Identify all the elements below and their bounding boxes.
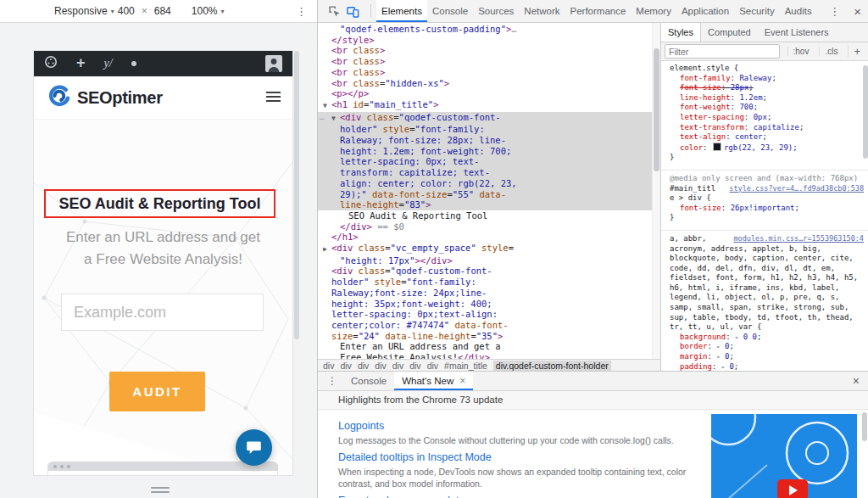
code-line[interactable]: size="24" data-line-height="35"> bbox=[318, 331, 660, 342]
code-line[interactable]: transform: capitalize; text- bbox=[318, 167, 660, 178]
avatar[interactable] bbox=[265, 55, 282, 72]
sidebar-tab-styles[interactable]: Styles bbox=[661, 23, 701, 42]
breadcrumb-item[interactable]: div bbox=[392, 361, 403, 371]
breadcrumb-item[interactable]: div.qodef-custom-font-holder bbox=[493, 361, 611, 371]
inspect-element-icon[interactable] bbox=[328, 5, 341, 18]
url-input[interactable] bbox=[61, 294, 264, 331]
code-line[interactable]: letter-spacing: 0px; bbox=[665, 113, 865, 123]
breadcrumb-item[interactable]: div bbox=[358, 361, 369, 371]
code-line[interactable]: background: ▸ 0 0; bbox=[665, 333, 865, 343]
code-line[interactable]: letter-spacing: 0px;text-align: bbox=[318, 309, 660, 320]
code-line[interactable]: Free Website Analysis!</div> bbox=[318, 352, 660, 359]
code-line[interactable]: Raleway; font-size: 28px; line- bbox=[318, 135, 660, 146]
code-line[interactable]: acronym, address, applet, b, big, bbox=[665, 244, 865, 255]
tab-close-icon[interactable]: × bbox=[459, 375, 465, 387]
new-style-rule-button[interactable]: + bbox=[848, 45, 865, 58]
code-line[interactable]: holder" style="font-family: bbox=[318, 277, 660, 288]
tab-network[interactable]: Network bbox=[519, 0, 565, 22]
code-line[interactable]: ▼<h1 id="main_title"> bbox=[318, 99, 660, 112]
devtools-menu-icon[interactable]: ⋮ bbox=[822, 5, 847, 18]
code-line[interactable]: <br class="hidden-xs"> bbox=[318, 78, 660, 89]
code-line[interactable]: </style> bbox=[318, 35, 660, 46]
viewport-resize-handle[interactable] bbox=[151, 487, 170, 495]
code-line[interactable]: </div> == $0 bbox=[318, 221, 660, 232]
video-thumbnail[interactable] bbox=[711, 414, 857, 498]
stylesheet-link[interactable]: style.css?ver=4….fd9ad38cb0:538 bbox=[729, 184, 864, 194]
code-line[interactable]: line-height: 1.2em; bbox=[665, 93, 865, 104]
code-line[interactable]: holder" style="font-family: bbox=[318, 124, 660, 135]
code-line[interactable]: border: ▸ 0; bbox=[665, 342, 865, 352]
code-line[interactable]: @media only screen and (max-width: 768px… bbox=[665, 174, 865, 184]
code-line[interactable]: element.style { bbox=[665, 64, 865, 74]
styles-scrollbar-thumb[interactable] bbox=[863, 65, 868, 159]
hamburger-menu-icon[interactable] bbox=[266, 92, 281, 104]
tab-security[interactable]: Security bbox=[734, 0, 780, 22]
code-line[interactable]: h6, html, i, iframe, ins, kbd, label, bbox=[665, 283, 865, 294]
code-line[interactable]: } bbox=[665, 153, 865, 163]
code-line[interactable]: height: 35px;font-weight: 400; bbox=[318, 299, 660, 310]
tab-whats-new[interactable]: What's New × bbox=[394, 372, 473, 390]
viewport-height-input[interactable]: 684 bbox=[154, 5, 171, 17]
code-line[interactable]: font-family: Raleway; bbox=[665, 74, 865, 84]
code-line[interactable]: blockquote, body, caption, center, cite, bbox=[665, 254, 865, 264]
breadcrumb-item[interactable]: div bbox=[409, 361, 420, 371]
tab-performance[interactable]: Performance bbox=[565, 0, 632, 22]
breadcrumb-item[interactable]: #main_title bbox=[444, 361, 487, 371]
code-line[interactable]: <br class> bbox=[318, 67, 660, 78]
breadcrumb-item[interactable]: div bbox=[427, 361, 438, 371]
tab-sources[interactable]: Sources bbox=[473, 0, 519, 22]
viewport-width-input[interactable]: 400 bbox=[118, 5, 135, 17]
code-line[interactable]: sup, table, tbody, td, tfoot, th, thead, bbox=[665, 313, 865, 323]
code-line[interactable]: SEO Audit & Reporting Tool bbox=[318, 210, 660, 221]
code-line[interactable]: style.css?ver=4….fd9ad38cb0:538#main_tit… bbox=[665, 184, 865, 194]
code-line[interactable]: Enter an URL address and get a bbox=[318, 341, 660, 352]
code-line[interactable]: height: 1.2em; font-weight: 700; bbox=[318, 146, 660, 157]
color-swatch[interactable] bbox=[713, 143, 721, 151]
device-toolbar-menu-icon[interactable]: ⋮ bbox=[296, 5, 307, 18]
elements-scrollbar-thumb[interactable] bbox=[654, 48, 659, 171]
device-type-select[interactable]: Responsive ▾ bbox=[54, 5, 114, 17]
code-line[interactable]: fieldset, font, form, h1, h2, h3, h4, h5… bbox=[665, 273, 865, 283]
drawer-scrollbar-thumb[interactable] bbox=[862, 412, 867, 441]
site-logo-text[interactable]: SEOptimer bbox=[77, 88, 163, 108]
element-classes-button[interactable]: .cls bbox=[819, 47, 843, 56]
stylesheet-link[interactable]: modules.min.css…r=1553963150:4 bbox=[733, 234, 864, 244]
code-line[interactable]: tr, tt, u, ul, var { bbox=[665, 322, 865, 333]
code-line[interactable]: e > div { bbox=[665, 193, 865, 204]
toggle-device-toolbar-icon[interactable] bbox=[347, 5, 359, 18]
code-line[interactable]: line-height="83"> bbox=[318, 199, 660, 210]
code-line[interactable]: font-size: 28px; bbox=[665, 83, 865, 93]
breadcrumb-item[interactable]: div bbox=[375, 361, 386, 371]
youtube-play-icon[interactable] bbox=[777, 479, 808, 498]
code-line[interactable]: font-size: 26px!important; bbox=[665, 204, 865, 214]
audit-button[interactable]: AUDIT bbox=[109, 372, 205, 411]
chat-widget-button[interactable] bbox=[236, 429, 272, 466]
zoom-select[interactable]: 100% ▾ bbox=[192, 5, 225, 17]
code-line[interactable]: padding: ▸ 0; bbox=[665, 362, 865, 371]
code-line[interactable]: "qodef-elements-custom-padding">… bbox=[318, 24, 660, 35]
code-line[interactable]: margin: ▸ 0; bbox=[665, 352, 865, 362]
code-line[interactable]: </h1> bbox=[318, 232, 660, 243]
code-line[interactable]: center;color: #747474" data-font- bbox=[318, 320, 660, 331]
code-line[interactable]: <div class="qodef-custom-font- bbox=[318, 266, 660, 277]
tab-console[interactable]: Console bbox=[427, 0, 473, 22]
styles-filter-input[interactable] bbox=[665, 44, 780, 59]
devtools-close-icon[interactable]: × bbox=[847, 4, 868, 19]
expand-arrow-icon[interactable]: ▶ bbox=[323, 244, 331, 255]
code-line[interactable]: letter-spacing: 0px; text- bbox=[318, 156, 660, 167]
code-line[interactable]: "height: 17px"></div> bbox=[318, 255, 660, 266]
code-line[interactable]: } bbox=[665, 213, 865, 223]
code-line[interactable]: modules.min.css…r=1553963150:4a, abbr, bbox=[665, 234, 865, 244]
code-line[interactable]: 29);" data-font-size="55" data- bbox=[318, 189, 660, 200]
sidebar-tab-computed[interactable]: Computed bbox=[701, 23, 758, 42]
breadcrumb-item[interactable]: div bbox=[340, 361, 351, 371]
code-line[interactable]: …▼<div class="qodef-custom-font- bbox=[318, 112, 660, 125]
breadcrumb-item[interactable]: div bbox=[323, 361, 334, 371]
code-line[interactable]: samp, small, span, strike, strong, sub, bbox=[665, 303, 865, 313]
code-line[interactable]: code, dd, del, dfn, div, dl, dt, em, bbox=[665, 264, 865, 274]
code-line[interactable]: ▶<div class="vc_empty_space" style= bbox=[318, 243, 660, 255]
drawer-close-icon[interactable]: × bbox=[843, 374, 868, 388]
code-line[interactable]: <br class> bbox=[318, 45, 660, 56]
code-line[interactable]: <br class> bbox=[318, 56, 660, 67]
tab-console[interactable]: Console bbox=[343, 372, 394, 390]
